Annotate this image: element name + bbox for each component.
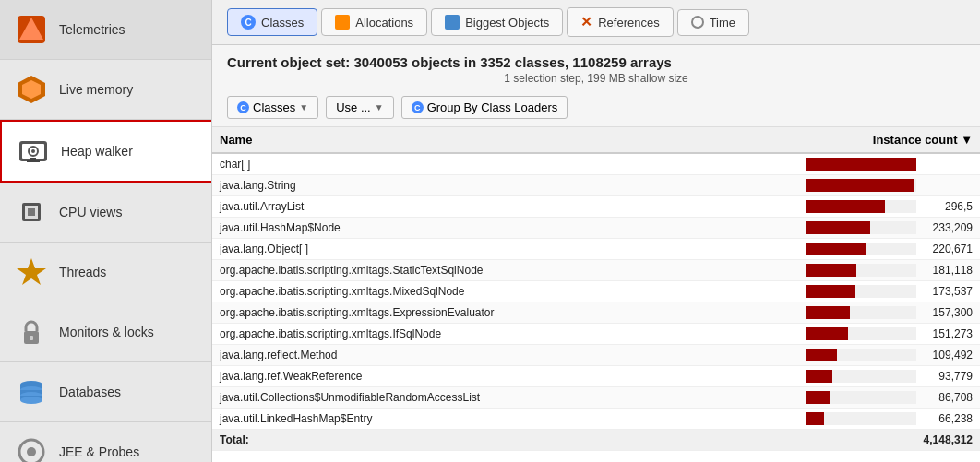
sidebar-item-jee-probes[interactable]: JEE & Probes xyxy=(0,422,211,462)
table-row[interactable]: java.util.ArrayList296,5 xyxy=(212,196,980,218)
group-icon: C xyxy=(412,101,424,113)
row-name: java.lang.ref.WeakReference xyxy=(212,366,681,387)
row-name: org.apache.ibatis.scripting.xmltags.Expr… xyxy=(212,302,681,324)
group-label: Group By Class Loaders xyxy=(427,101,558,114)
svg-point-22 xyxy=(20,397,42,404)
sidebar: Telemetries Live memory Heap walker CPU … xyxy=(0,0,212,462)
live-memory-icon xyxy=(15,73,48,106)
svg-point-7 xyxy=(31,149,35,153)
use-dropdown-button[interactable]: Use ... ▼ xyxy=(326,96,393,119)
classes-dropdown-label: Classes xyxy=(253,101,295,114)
classes-label: Classes xyxy=(261,16,304,30)
sidebar-item-monitors-locks[interactable]: Monitors & locks xyxy=(0,302,211,362)
biggest-objects-button[interactable]: Biggest Objects xyxy=(431,8,563,36)
table-row[interactable]: java.util.Collections$UnmodifiableRandom… xyxy=(212,387,980,409)
classes-button[interactable]: C Classes xyxy=(227,8,317,36)
row-name: org.apache.ibatis.scripting.xmltags.Mixe… xyxy=(212,281,681,302)
telemetries-icon xyxy=(15,13,48,46)
total-row: Total:4,148,312 xyxy=(212,430,980,451)
table-row[interactable]: org.apache.ibatis.scripting.xmltags.IfSq… xyxy=(212,324,980,345)
row-instance-count: 233,209 xyxy=(681,218,980,239)
table-row[interactable]: org.apache.ibatis.scripting.xmltags.Mixe… xyxy=(212,281,980,302)
time-label: Time xyxy=(710,16,735,30)
total-value: 4,148,312 xyxy=(681,430,980,451)
references-label: References xyxy=(598,16,659,30)
row-instance-count: 86,708 xyxy=(681,387,980,409)
classes-dropdown-button[interactable]: C Classes ▼ xyxy=(227,96,318,119)
class-table: Name Instance count ▼ char[ ]java.lang.S… xyxy=(212,127,980,451)
row-name: java.util.LinkedHashMap$Entry xyxy=(212,409,681,430)
time-button[interactable]: Time xyxy=(677,9,749,36)
monitors-icon xyxy=(15,315,48,349)
table-row[interactable]: java.lang.String xyxy=(212,175,980,196)
group-by-class-loaders-button[interactable]: C Group By Class Loaders xyxy=(401,96,568,119)
info-bar-title: Current object set: 3040053 objects in 3… xyxy=(227,54,965,70)
row-instance-count: 66,238 xyxy=(681,409,980,430)
row-name: org.apache.ibatis.scripting.xmltags.IfSq… xyxy=(212,324,681,345)
row-name: java.util.ArrayList xyxy=(212,196,681,218)
sidebar-item-cpu-views-label: CPU views xyxy=(59,205,122,219)
info-bar-subtitle: 1 selection step, 199 MB shallow size xyxy=(227,72,965,85)
biggest-objects-label: Biggest Objects xyxy=(465,16,549,30)
row-name: java.lang.Object[ ] xyxy=(212,239,681,260)
svg-rect-15 xyxy=(30,336,33,340)
row-name: java.lang.reflect.Method xyxy=(212,345,681,366)
table-row[interactable]: org.apache.ibatis.scripting.xmltags.Stat… xyxy=(212,260,980,281)
sidebar-item-live-memory-label: Live memory xyxy=(59,82,133,97)
info-bar: Current object set: 3040053 objects in 3… xyxy=(212,45,980,89)
cpu-icon xyxy=(15,195,48,229)
time-icon xyxy=(691,16,704,29)
row-instance-count: 109,492 xyxy=(681,345,980,366)
sidebar-item-threads-label: Threads xyxy=(59,265,106,279)
classes-dropdown-icon: C xyxy=(237,101,249,113)
total-label: Total: xyxy=(212,430,681,451)
row-instance-count xyxy=(681,175,980,196)
sidebar-item-databases-label: Databases xyxy=(59,385,121,399)
circle-c-icon: C xyxy=(241,15,256,30)
row-instance-count: 220,671 xyxy=(681,239,980,260)
allocations-button[interactable]: Allocations xyxy=(321,8,427,36)
sidebar-item-telemetries[interactable]: Telemetries xyxy=(0,0,211,60)
main-content: C Classes Allocations Biggest Objects ✕ … xyxy=(212,0,980,462)
row-name: org.apache.ibatis.scripting.xmltags.Stat… xyxy=(212,260,681,281)
sidebar-item-heap-walker[interactable]: Heap walker xyxy=(0,120,211,183)
sidebar-item-cpu-views[interactable]: CPU views xyxy=(0,183,211,243)
top-toolbar: C Classes Allocations Biggest Objects ✕ … xyxy=(212,0,980,45)
name-column-header: Name xyxy=(212,127,681,153)
sidebar-item-databases[interactable]: Databases xyxy=(0,362,211,422)
table-row[interactable]: java.lang.reflect.Method109,492 xyxy=(212,345,980,366)
svg-rect-12 xyxy=(28,208,35,216)
svg-marker-13 xyxy=(17,258,46,285)
sidebar-item-live-memory[interactable]: Live memory xyxy=(0,60,211,120)
table-row[interactable]: org.apache.ibatis.scripting.xmltags.Expr… xyxy=(212,302,980,324)
row-name: java.util.Collections$UnmodifiableRandom… xyxy=(212,387,681,409)
table-area[interactable]: Name Instance count ▼ char[ ]java.lang.S… xyxy=(212,127,980,462)
row-instance-count: 296,5 xyxy=(681,196,980,218)
table-row[interactable]: java.lang.Object[ ]220,671 xyxy=(212,239,980,260)
row-name: char[ ] xyxy=(212,153,681,175)
sidebar-item-monitors-locks-label: Monitors & locks xyxy=(59,325,154,339)
row-instance-count xyxy=(681,153,980,175)
threads-icon xyxy=(15,255,48,289)
table-row[interactable]: java.util.HashMap$Node233,209 xyxy=(212,218,980,239)
sidebar-item-heap-walker-label: Heap walker xyxy=(61,144,133,159)
references-button[interactable]: ✕ References xyxy=(567,7,673,37)
chevron-down-icon: ▼ xyxy=(299,102,308,113)
table-row[interactable]: java.util.LinkedHashMap$Entry66,238 xyxy=(212,409,980,430)
use-label: Use ... xyxy=(336,101,371,114)
allocations-icon xyxy=(335,15,350,30)
instance-count-column-header: Instance count ▼ xyxy=(681,127,980,153)
references-icon: ✕ xyxy=(580,14,592,30)
table-row[interactable]: char[ ] xyxy=(212,153,980,175)
sidebar-item-jee-probes-label: JEE & Probes xyxy=(59,444,139,459)
row-instance-count: 151,273 xyxy=(681,324,980,345)
row-name: java.util.HashMap$Node xyxy=(212,218,681,239)
row-instance-count: 173,537 xyxy=(681,281,980,302)
secondary-toolbar: C Classes ▼ Use ... ▼ C Group By Class L… xyxy=(212,89,980,127)
sidebar-item-threads[interactable]: Threads xyxy=(0,243,211,302)
table-row[interactable]: java.lang.ref.WeakReference93,779 xyxy=(212,366,980,387)
databases-icon xyxy=(15,375,48,409)
row-instance-count: 181,118 xyxy=(681,260,980,281)
heap-walker-icon xyxy=(17,135,50,168)
use-chevron-icon: ▼ xyxy=(375,102,384,113)
